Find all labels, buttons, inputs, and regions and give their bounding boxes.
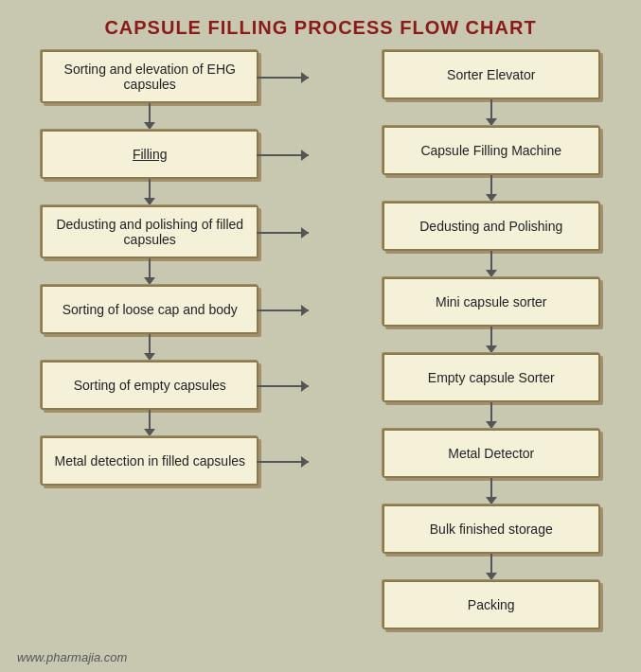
rarrow-2 — [490, 175, 492, 202]
page-title: CAPSULE FILLING PROCESS FLOW CHART — [0, 0, 641, 50]
left-box-5: Sorting of empty capsules — [41, 361, 258, 410]
rarrow-6 — [490, 478, 492, 504]
rarrow-4 — [490, 327, 492, 353]
left-box-1: Sorting and elevation of EHG capsules — [41, 50, 258, 103]
connector-1 — [257, 77, 309, 79]
connector-3 — [257, 232, 309, 234]
left-box-3: Dedusting and polishing of filled capsul… — [41, 205, 258, 258]
watermark: www.pharmajia.com — [17, 650, 127, 664]
right-box-3: Dedusting and Polishing — [383, 202, 600, 251]
connector-4 — [257, 309, 309, 311]
rarrow-1 — [490, 99, 492, 126]
right-box-4: Mini capsule sorter — [383, 277, 600, 327]
arrow-4 — [149, 334, 151, 361]
connector-2 — [257, 154, 309, 156]
right-box-1: Sorter Elevator — [383, 50, 600, 99]
right-box-8: Packing — [383, 580, 600, 629]
rarrow-7 — [490, 554, 492, 580]
connector-6 — [257, 461, 309, 463]
rarrow-5 — [490, 402, 492, 429]
arrow-5 — [149, 410, 151, 436]
left-column: Sorting and elevation of EHG capsules Fi… — [17, 50, 283, 629]
right-box-2: Capsule Filling Machine — [383, 126, 600, 175]
rarrow-3 — [490, 251, 492, 277]
right-box-7: Bulk finished storage — [383, 504, 600, 554]
right-box-5: Empty capsule Sorter — [383, 353, 600, 402]
arrow-2 — [149, 179, 151, 205]
left-box-4: Sorting of loose cap and body — [41, 285, 258, 334]
left-box-2: Filling — [41, 130, 258, 179]
right-box-6: Metal Detector — [383, 429, 600, 478]
right-column: Sorter Elevator Capsule Filling Machine … — [359, 50, 625, 629]
page-container: CAPSULE FILLING PROCESS FLOW CHART Sorti… — [0, 0, 641, 672]
connector-5 — [257, 385, 309, 387]
arrow-1 — [149, 103, 151, 130]
left-box-6: Metal detection in filled capsules — [41, 436, 258, 486]
arrow-3 — [149, 258, 151, 285]
flow-area: Sorting and elevation of EHG capsules Fi… — [0, 50, 641, 629]
